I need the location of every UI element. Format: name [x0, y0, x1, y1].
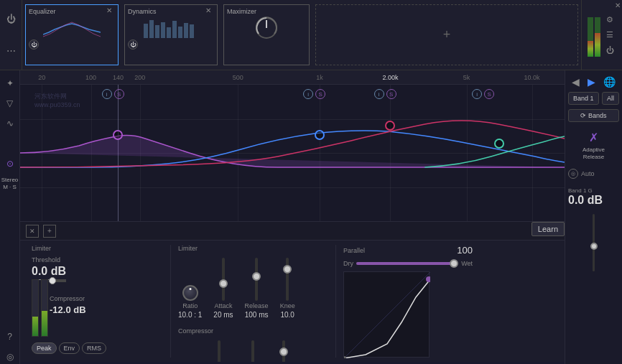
knee-label-top: Knee	[280, 302, 295, 309]
eq-canvas: 河东软件网www.pu0359.cn	[20, 85, 565, 221]
dyn-title: Dynamics	[128, 8, 157, 15]
question-icon[interactable]: ?	[3, 330, 17, 344]
add-plugin-slot[interactable]: +	[315, 4, 578, 65]
parallel-thumb[interactable]	[450, 259, 458, 268]
vu-l-fill	[32, 317, 38, 336]
learn-button[interactable]: Learn	[532, 222, 565, 236]
auto-knob[interactable]: ◎	[568, 169, 578, 179]
band4-badges: i S	[472, 89, 494, 99]
knee-thumb-top[interactable]	[283, 265, 292, 274]
back-icon[interactable]: ◀	[572, 76, 580, 88]
dynamics-slot[interactable]: ✕ Dynamics ⏻	[124, 4, 218, 65]
knee-col-top: Knee 10.0	[280, 258, 295, 319]
attack-value-top: 20 ms	[213, 311, 233, 319]
band-node-2[interactable]	[315, 130, 325, 140]
freq-20: 20	[38, 74, 45, 81]
right-panel: ◀ ▶ 🌐 Band 1 All ⟳ Bands ✗ AdaptiveRelea…	[565, 70, 622, 364]
center-panel: 20 100 140 200 500 1k 2.00k 5k 10.0k 河东软…	[20, 70, 565, 364]
band-add-btn[interactable]: +	[43, 225, 56, 238]
freq-140: 140	[113, 74, 124, 81]
freq-10k: 10.0k	[524, 74, 540, 81]
eq-title: Equalizer	[29, 8, 56, 15]
adaptive-icon: ✗	[589, 131, 598, 144]
plugin-strip: ⏻ ⋯ ✕ Equalizer ⏻ ✕ Dynamics	[0, 0, 622, 70]
freq-1k: 1k	[316, 74, 323, 81]
vu-bar-l	[32, 279, 39, 337]
band2-info[interactable]: i	[303, 89, 313, 99]
mode-rms[interactable]: RMS	[82, 342, 106, 354]
attack-slider-top[interactable]	[222, 258, 225, 301]
power2-icon[interactable]: ⏻	[603, 44, 616, 57]
stereo-label[interactable]: Stereo M · S	[1, 177, 19, 190]
vu-bar-2	[595, 17, 600, 57]
release-col-bot: Release 60 ms	[241, 340, 264, 362]
release-thumb-top[interactable]	[252, 272, 261, 281]
limiter-section: Limiter Threshold 0.0 dB	[27, 245, 171, 358]
settings-icon[interactable]: ⚙	[603, 14, 616, 27]
band-close-btn[interactable]: ✕	[26, 225, 39, 238]
svg-rect-0	[144, 24, 148, 38]
maximizer-slot[interactable]: ✕ Maximizer	[223, 4, 310, 65]
band4-solo[interactable]: S	[484, 89, 494, 99]
band1-info[interactable]: i	[102, 89, 112, 99]
power-icon[interactable]: ⏻	[4, 12, 17, 25]
attack-col-bot: Attack 20 ms	[210, 340, 229, 362]
gain-slider-thumb[interactable]	[590, 243, 598, 250]
freq-2k: 2.00k	[382, 74, 398, 81]
threshold-slider[interactable]	[49, 279, 66, 282]
release-slider-bot[interactable]	[251, 340, 254, 362]
wet-label: Wet	[461, 260, 473, 267]
equalizer-slot[interactable]: ✕ Equalizer ⏻	[25, 4, 119, 65]
parallel-slider[interactable]	[356, 262, 458, 265]
all-btn[interactable]: All	[602, 92, 619, 105]
knee-slider-top[interactable]	[286, 258, 289, 301]
list-icon[interactable]: ☰	[603, 29, 616, 42]
band1-btn[interactable]: Band 1	[568, 92, 599, 105]
band1-badges: i S	[102, 89, 124, 99]
svg-point-12	[426, 276, 430, 282]
band-select-row: Band 1 All	[568, 92, 619, 105]
release-value-top: 100 ms	[245, 311, 269, 319]
dots-icon[interactable]: ⋯	[4, 45, 17, 57]
band-node-3[interactable]	[385, 121, 395, 131]
band2-badges: i S	[303, 89, 325, 99]
mode-env[interactable]: Env	[59, 342, 80, 354]
release-slider-top[interactable]	[255, 258, 258, 301]
eq-close-btn[interactable]: ✕	[106, 6, 116, 17]
band3-solo[interactable]: S	[386, 89, 396, 99]
dyn-close-btn[interactable]: ✕	[205, 6, 215, 17]
eq-power-btn[interactable]: ⏻	[29, 39, 39, 50]
eq-waveform	[43, 17, 101, 38]
freq-100: 100	[85, 74, 96, 81]
max-close-btn[interactable]: ✕	[615, 1, 621, 9]
headphone-icon[interactable]: ◎	[3, 350, 17, 364]
attack-thumb-top[interactable]	[219, 279, 228, 288]
forward-icon[interactable]: ▶	[588, 76, 595, 88]
knee-thumb-bot[interactable]	[279, 347, 288, 356]
curve-icon[interactable]: ∿	[3, 116, 17, 131]
mode-peak[interactable]: Peak	[32, 342, 57, 354]
threshold-thumb[interactable]	[49, 277, 56, 284]
gain-slider[interactable]	[593, 214, 595, 271]
band-node-4[interactable]	[494, 139, 504, 149]
parallel-header: Parallel 100	[343, 245, 473, 256]
band4-info[interactable]: i	[472, 89, 482, 99]
filter-icon[interactable]: ▽	[3, 96, 17, 111]
star-icon[interactable]: ✦	[3, 76, 17, 90]
add-plugin-icon: +	[443, 27, 451, 42]
band2-solo[interactable]: S	[315, 89, 325, 99]
ratio-label-top: Ratio	[182, 302, 198, 309]
ratio-knob-top[interactable]	[182, 285, 198, 301]
globe-icon[interactable]: 🌐	[603, 76, 616, 88]
dyn-power-btn[interactable]: ⏻	[128, 39, 138, 50]
attack-slider-bot[interactable]	[218, 340, 221, 362]
left-panel: ✦ ▽ ∿ ⊙ Stereo M · S ? ◎	[0, 70, 20, 364]
attack-col-top: Attack 20 ms	[213, 258, 233, 319]
bands-btn[interactable]: ⟳ Bands	[568, 109, 619, 122]
knee-slider-bot[interactable]	[282, 340, 285, 362]
circle-icon[interactable]: ⊙	[3, 157, 17, 171]
vu-bar-1-fill	[588, 41, 593, 57]
band-node-1[interactable]	[113, 130, 123, 140]
band3-info[interactable]: i	[374, 89, 384, 99]
band1-solo[interactable]: S	[114, 89, 124, 99]
